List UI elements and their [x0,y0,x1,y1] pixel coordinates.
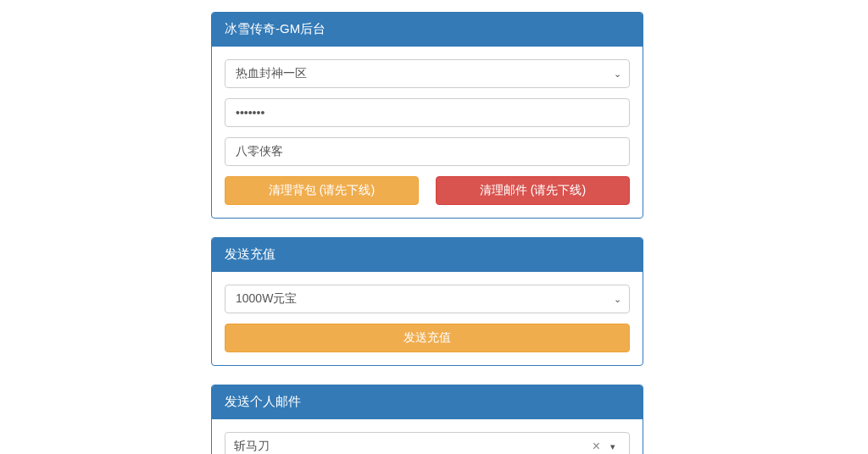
panel-send-recharge-title: 发送充值 [212,238,643,272]
recharge-amount-select[interactable]: 1000W元宝 [225,285,630,313]
panel-gm-backend: 冰雪传奇-GM后台 热血封神一区 ⌄ [211,12,643,219]
clear-mail-button[interactable]: 清理邮件 (请先下线) [436,176,630,205]
panel-send-mail-title: 发送个人邮件 [212,385,643,419]
panel-gm-backend-title: 冰雪传奇-GM后台 [212,13,643,47]
item-select[interactable]: 斩马刀 × ▾ [225,432,630,454]
main-scroll-area[interactable]: 冰雪传奇-GM后台 热血封神一区 ⌄ [0,0,854,454]
clear-bag-button[interactable]: 清理背包 (请先下线) [225,176,419,205]
panel-send-mail: 发送个人邮件 斩马刀 × ▾ ▲ [211,385,643,454]
clear-icon[interactable]: × [587,440,605,453]
password-input[interactable] [225,98,630,127]
player-name-input[interactable] [225,137,630,166]
panel-send-recharge: 发送充值 1000W元宝 ⌄ 发送充值 [211,237,643,366]
send-recharge-button[interactable]: 发送充值 [225,324,630,352]
server-select[interactable]: 热血封神一区 [225,59,630,88]
item-select-value: 斩马刀 [234,439,587,454]
caret-down-icon: ▾ [605,441,620,452]
